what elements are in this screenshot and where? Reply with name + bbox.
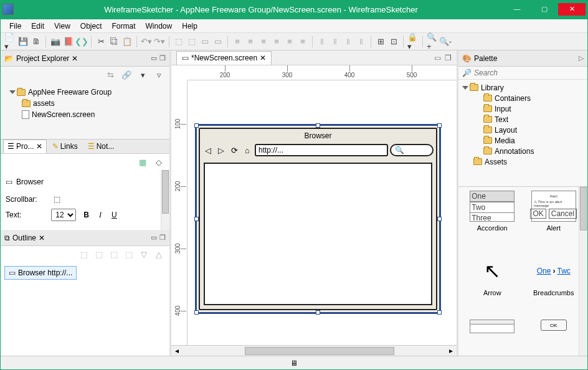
ptree-layout[interactable]: Layout: [460, 125, 586, 135]
link-editor-icon[interactable]: 🔗: [121, 69, 132, 80]
menu-format[interactable]: Format: [107, 21, 141, 32]
dist-v-icon[interactable]: ⫴: [330, 36, 341, 47]
canvas-h-scrollbar[interactable]: ◂▸: [171, 345, 457, 356]
align-center-icon[interactable]: ≡: [245, 36, 256, 47]
properties-scrollbar[interactable]: [161, 170, 169, 230]
resize-handle-n[interactable]: [316, 123, 320, 128]
tree-project-root[interactable]: AppNee Freeware Group: [4, 87, 166, 98]
palette-item-browser[interactable]: [462, 320, 523, 352]
resize-handle-w[interactable]: [194, 217, 199, 221]
editor-tab-newscreen[interactable]: ▭*NewScreen.screen✕: [176, 51, 272, 65]
maximize-view-icon[interactable]: ❐: [159, 54, 166, 62]
menu-help[interactable]: Help: [177, 21, 202, 32]
tree-file-newscreen[interactable]: NewScreen.screen: [4, 109, 166, 120]
paste-icon[interactable]: 📋: [121, 36, 133, 47]
editor-min-icon[interactable]: ▭: [434, 54, 441, 62]
share-icon[interactable]: ❮❯: [76, 36, 87, 47]
resize-handle-se[interactable]: [437, 310, 442, 315]
zoom-out-icon[interactable]: 🔍-: [440, 36, 451, 47]
align-left-icon[interactable]: ≡: [232, 36, 243, 47]
zoom-in-icon[interactable]: 🔍+: [427, 36, 438, 47]
align-right-icon[interactable]: ≡: [258, 36, 269, 47]
palette-search[interactable]: 🔎: [458, 67, 587, 80]
bold-button[interactable]: B: [81, 211, 92, 219]
undo-icon[interactable]: ↶▾: [141, 36, 152, 47]
group-icon[interactable]: ⬚: [173, 36, 184, 47]
outline-max-icon[interactable]: ❐: [159, 234, 166, 242]
redo-icon[interactable]: ↷▾: [154, 36, 165, 47]
tab-properties[interactable]: ☰Pro...✕: [3, 140, 47, 153]
close-outline-icon[interactable]: ✕: [39, 234, 45, 242]
align-top-icon[interactable]: ≡: [271, 36, 282, 47]
ptree-assets[interactable]: Assets: [460, 156, 586, 167]
collapse-all-icon[interactable]: ⇆: [105, 69, 116, 80]
editor-max-icon[interactable]: ❐: [445, 54, 452, 62]
prop-menu-icon[interactable]: ◇: [153, 156, 164, 168]
align-middle-icon[interactable]: ≡: [284, 36, 295, 47]
ptree-annotations[interactable]: Annotations: [460, 146, 586, 156]
palette-collapse-icon[interactable]: ▷: [579, 54, 584, 62]
ungroup-icon[interactable]: ⬚: [186, 36, 197, 47]
lock-icon[interactable]: 🔒▾: [407, 36, 419, 47]
save-all-icon[interactable]: 🗎: [31, 36, 42, 47]
tree-folder-assets[interactable]: assets: [4, 98, 166, 109]
filter-icon[interactable]: ▾: [137, 69, 148, 80]
menu-file[interactable]: File: [4, 21, 26, 32]
palette-item-accordion[interactable]: OneTwoThree Accordion: [462, 191, 523, 250]
send-back-icon[interactable]: ▭: [199, 36, 211, 47]
underline-button[interactable]: U: [109, 211, 120, 219]
status-icon[interactable]: 🖥: [290, 359, 298, 368]
ptree-media[interactable]: Media: [460, 135, 586, 146]
font-size-select[interactable]: 12: [51, 209, 76, 221]
snap-icon[interactable]: ⊡: [388, 36, 399, 47]
menu-object[interactable]: Object: [75, 21, 107, 32]
tab-links[interactable]: ✎Links: [48, 140, 82, 153]
scrollbar-toggle[interactable]: ⬚: [54, 195, 60, 204]
camera-icon[interactable]: 📷: [50, 36, 61, 47]
ptree-text[interactable]: Text: [460, 114, 586, 125]
palette-item-breadcrumbs[interactable]: One › Twc Breadcrumbs: [524, 255, 584, 315]
outline-c-icon[interactable]: ⬚: [108, 249, 120, 260]
outline-d-icon[interactable]: ⬚: [123, 249, 135, 260]
design-canvas[interactable]: Browser ◁ ▷ ⟳ ⌂ http://... 🔍: [187, 80, 457, 345]
minimize-view-icon[interactable]: ▭: [151, 54, 157, 62]
palette-search-input[interactable]: [474, 69, 584, 77]
browser-widget[interactable]: Browser ◁ ▷ ⟳ ⌂ http://... 🔍: [195, 124, 441, 314]
resize-handle-e[interactable]: [437, 217, 442, 221]
resize-handle-nw[interactable]: [194, 123, 199, 128]
outline-e-icon[interactable]: ▽: [138, 249, 149, 260]
align-bottom-icon[interactable]: ≡: [297, 36, 308, 47]
outline-a-icon[interactable]: ⬚: [78, 249, 90, 260]
maximize-button[interactable]: ▢: [531, 3, 558, 16]
palette-item-alert[interactable]: Alert⚠ This is an alert messageOKCancel …: [524, 191, 584, 250]
cut-icon[interactable]: ✂: [95, 36, 107, 47]
ptree-library[interactable]: Library: [460, 82, 586, 93]
ptree-input[interactable]: Input: [460, 103, 586, 114]
tab-notes[interactable]: ☰Not...: [83, 140, 119, 153]
close-view-icon[interactable]: ✕: [72, 54, 78, 63]
new-file-icon[interactable]: 📄▾: [4, 36, 16, 47]
space-h-icon[interactable]: ⫴: [343, 36, 354, 47]
outline-f-icon[interactable]: △: [153, 249, 164, 260]
bring-front-icon[interactable]: ▭: [212, 36, 224, 47]
resize-handle-ne[interactable]: [437, 123, 442, 128]
save-icon[interactable]: 💾: [17, 36, 29, 47]
export-pdf-icon[interactable]: 📕: [63, 36, 74, 47]
menu-edit[interactable]: Edit: [26, 21, 49, 32]
italic-button[interactable]: I: [97, 211, 104, 220]
ptree-containers[interactable]: Containers: [460, 93, 586, 103]
dist-h-icon[interactable]: ⫴: [316, 36, 328, 47]
new-prop-icon[interactable]: ▦: [137, 156, 148, 168]
view-menu-icon[interactable]: ▿: [153, 69, 164, 80]
grid-icon[interactable]: ⊞: [375, 36, 386, 47]
copy-icon[interactable]: ⿻: [108, 36, 120, 47]
outline-item-browser[interactable]: ▭Browser http://...: [4, 266, 77, 280]
space-v-icon[interactable]: ⫴: [356, 36, 367, 47]
menu-window[interactable]: Window: [141, 21, 178, 32]
palette-scrollbar[interactable]: [579, 187, 587, 356]
close-tab-icon[interactable]: ✕: [260, 54, 266, 62]
minimize-button[interactable]: —: [503, 3, 531, 16]
outline-min-icon[interactable]: ▭: [151, 234, 157, 242]
palette-item-button[interactable]: OK: [524, 320, 584, 352]
resize-handle-s[interactable]: [316, 310, 320, 315]
